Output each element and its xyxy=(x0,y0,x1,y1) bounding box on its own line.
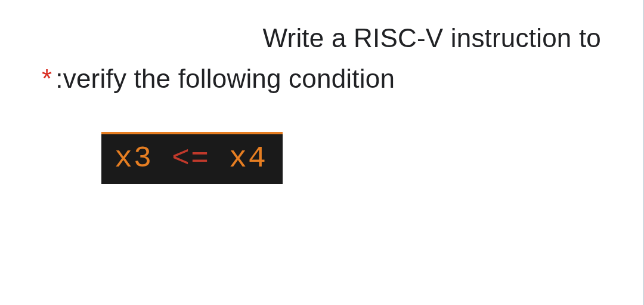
question-line-2: :verify the following condition xyxy=(55,58,395,99)
required-asterisk: * xyxy=(42,58,52,99)
question-text: Write a RISC-V instruction to * :verify … xyxy=(42,18,601,99)
code-operator: <= xyxy=(172,141,210,175)
question-container: Write a RISC-V instruction to * :verify … xyxy=(0,0,643,202)
code-block-wrapper: x3 <= x4 xyxy=(101,132,601,184)
code-register-1: x3 xyxy=(114,141,153,175)
question-line-2-wrapper: * :verify the following condition xyxy=(42,58,601,99)
code-block: x3 <= x4 xyxy=(101,132,283,184)
code-register-2: x4 xyxy=(229,141,267,175)
question-line-1: Write a RISC-V instruction to xyxy=(42,18,601,58)
